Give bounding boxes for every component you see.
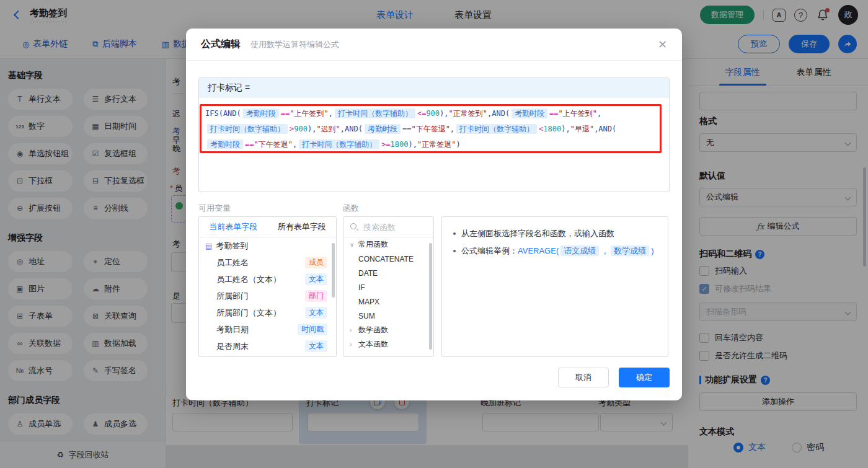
field-chip: 打卡时间（数字辅助） <box>299 139 379 149</box>
search-icon <box>350 223 358 231</box>
variable-type-badge: 文本 <box>305 340 327 352</box>
variable-row[interactable]: 所属部门（文本）文本 <box>199 304 336 321</box>
caret-down-icon: ∨ <box>350 241 355 248</box>
variable-type-badge: 成员 <box>305 257 327 268</box>
function-search <box>343 217 433 237</box>
variable-name: 考勤日期 <box>216 324 249 335</box>
formula-token: >= <box>381 140 390 149</box>
variables-tab-current[interactable]: 当前表单字段 <box>199 217 268 237</box>
scrollbar[interactable] <box>332 243 335 298</box>
function-item-MAPX[interactable]: MAPX <box>343 294 433 309</box>
formula-token: , <box>329 109 333 118</box>
tip-item: 公式编辑举例：AVERAGE(语文成绩，数学成绩) <box>452 245 658 257</box>
function-item-CONCATENATE[interactable]: CONCATENATE <box>343 252 433 266</box>
formula-token: "下午签退" <box>411 125 450 133</box>
formula-token: , <box>450 125 454 133</box>
variable-row[interactable]: 所属部门部门 <box>199 288 336 304</box>
formula-token: "正常签到" <box>449 109 487 118</box>
formula-token: "上午签到" <box>559 109 597 118</box>
formula-help-panel: 从左侧面板选择字段名和函数，或输入函数 公式编辑举例：AVERAGE(语文成绩，… <box>441 216 668 357</box>
variable-type-badge: 文本 <box>305 307 327 319</box>
variable-name: 员工姓名（文本） <box>216 274 281 285</box>
formula-token: "下午签退" <box>254 140 292 149</box>
formula-token: 900 <box>294 125 308 133</box>
formula-token: 1800 <box>543 125 561 133</box>
bullet-icon <box>453 232 456 235</box>
variable-type-badge: 时间戳 <box>298 324 327 335</box>
formula-token: ), <box>409 140 417 149</box>
field-chip: 考勤时段 <box>512 108 547 118</box>
formula-token: 900 <box>426 109 440 118</box>
function-item-SUM[interactable]: SUM <box>343 309 433 323</box>
formula-line: 考勤时段=="下午签退",打卡时间（数字辅助）>=1800),"正常签退") <box>205 137 663 152</box>
formula-token: == <box>245 140 254 149</box>
formula-token: , <box>293 140 297 149</box>
bullet-icon <box>453 250 456 252</box>
modal-title: 公式编辑 <box>201 38 241 51</box>
formula-token: == <box>402 125 411 133</box>
search-input[interactable] <box>363 223 425 232</box>
formula-token: ,AND( <box>594 125 616 133</box>
confirm-button[interactable]: 确定 <box>619 368 670 387</box>
app-root: 考勤签到 表单设计 表单设置 数据管理 A ? 政 ◎表单外链⧉后端脚本▥数据权… <box>0 0 868 468</box>
function-group-数学函数[interactable]: ›数学函数 <box>343 323 433 337</box>
function-group-常用函数[interactable]: ∨常用函数 <box>343 237 433 252</box>
function-item-IF[interactable]: IF <box>343 280 433 294</box>
functions-label: 函数 <box>343 203 359 214</box>
field-chip: 考勤时段 <box>243 108 279 118</box>
variable-root-row[interactable]: ▤考勤签到 <box>199 237 336 254</box>
scrollbar[interactable] <box>429 243 432 350</box>
document-icon: ▤ <box>205 242 212 250</box>
variable-row[interactable]: 员工姓名成员 <box>199 254 336 271</box>
variables-label: 可用变量 <box>198 203 231 214</box>
functions-panel: ∨常用函数CONCATENATEDATEIFMAPXSUM›数学函数›文本函数 <box>343 216 434 357</box>
caret-right-icon: › <box>350 327 355 333</box>
formula-token: == <box>549 109 558 118</box>
variables-panel: 当前表单字段所有表单字段 ▤考勤签到员工姓名成员员工姓名（文本）文本所属部门部门… <box>198 216 337 357</box>
function-group-label: 数学函数 <box>358 325 388 335</box>
formula-editor-modal: 公式编辑 使用数学运算符编辑公式 ✕ 打卡标记 = IFS(AND(考勤时段==… <box>186 29 682 400</box>
function-group-文本函数[interactable]: ›文本函数 <box>343 337 433 351</box>
formula-token: ), <box>561 125 570 133</box>
formula-editor: 打卡标记 = IFS(AND(考勤时段=="上午签到",打卡时间（数字辅助）<=… <box>198 77 670 192</box>
variable-name: 所属部门（文本） <box>216 307 281 319</box>
formula-line: 打卡时间（数字辅助）>900),"迟到",AND(考勤时段=="下午签退",打卡… <box>205 121 663 137</box>
variable-row[interactable]: 考勤日期时间戳 <box>199 321 336 338</box>
function-item-DATE[interactable]: DATE <box>343 266 433 280</box>
variable-name: 是否周末 <box>216 341 249 352</box>
cancel-button[interactable]: 取消 <box>558 368 609 387</box>
variable-row[interactable]: 是否周末文本 <box>199 338 336 355</box>
variable-type-badge: 部门 <box>305 290 327 302</box>
formula-line: IFS(AND(考勤时段=="上午签到",打卡时间（数字辅助）<=900),"正… <box>205 106 663 121</box>
field-chip: 打卡时间（数字辅助） <box>207 124 288 134</box>
field-chip: 数学成绩 <box>611 245 649 256</box>
field-chip: 语文成绩 <box>560 245 599 256</box>
formula-token: "迟到" <box>316 125 340 133</box>
close-icon[interactable]: ✕ <box>658 38 667 51</box>
formula-token: "早退" <box>570 125 594 133</box>
function-group-label: 常用函数 <box>358 239 388 250</box>
formula-token: == <box>281 109 290 118</box>
formula-token: ,AND( <box>340 125 363 133</box>
tip-item: 从左侧面板选择字段名和函数，或输入函数 <box>452 227 658 239</box>
formula-token: , <box>597 109 601 118</box>
formula-input-area[interactable]: IFS(AND(考勤时段=="上午签到",打卡时间（数字辅助）<=900),"正… <box>199 98 669 161</box>
field-chip: 考勤时段 <box>365 124 401 134</box>
formula-token: 1800 <box>391 140 409 149</box>
field-chip: 打卡时间（数字辅助） <box>335 108 415 118</box>
field-chip: 考勤时段 <box>207 139 243 149</box>
modal-subtitle: 使用数学运算符编辑公式 <box>250 39 339 50</box>
variable-name: 所属部门 <box>216 291 249 302</box>
formula-token: ,AND( <box>487 109 510 118</box>
formula-result-field: 打卡标记 = <box>199 78 669 98</box>
variable-type-badge: 文本 <box>305 273 327 285</box>
variable-root-name: 考勤签到 <box>216 241 248 252</box>
variable-row[interactable]: 员工姓名（文本）文本 <box>199 271 336 288</box>
formula-token: "正常签退" <box>417 140 456 149</box>
formula-token: <= <box>417 109 426 118</box>
formula-token: ) <box>456 140 460 149</box>
formula-token: "上午签到" <box>290 109 328 118</box>
variables-tab-all[interactable]: 所有表单字段 <box>268 217 337 237</box>
caret-right-icon: › <box>350 341 355 348</box>
function-group-label: 文本函数 <box>358 339 388 350</box>
